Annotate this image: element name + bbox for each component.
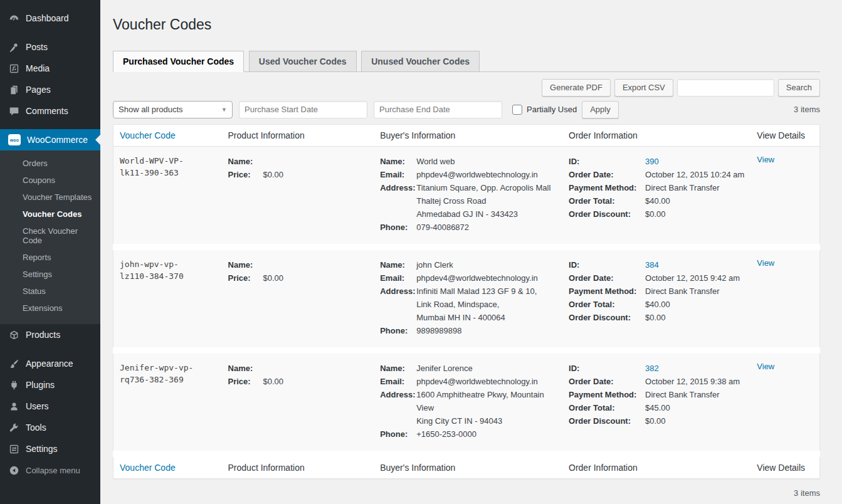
buyer-email-value: phpdev4@worldwebtechnology.in: [416, 375, 538, 388]
sidebar-item-label: WooCommerce: [27, 135, 88, 145]
sidebar-item-dashboard[interactable]: Dashboard: [0, 8, 100, 29]
address-line: Mumbai MH IN - 400064: [416, 311, 537, 324]
sidebar-item-woocommerce[interactable]: woo WooCommerce: [0, 129, 100, 150]
order-discount-value: $0.00: [645, 414, 666, 428]
partially-used-label: Partially Used: [527, 105, 577, 114]
voucher-table: Voucher Code Product Information Buyer's…: [113, 124, 820, 479]
tab-purchased-voucher-codes[interactable]: Purchased Voucher Codes: [113, 51, 244, 72]
order-discount-label: Order Discount:: [569, 311, 645, 324]
order-id-link[interactable]: 384: [645, 260, 659, 270]
submenu-item-reports[interactable]: Reports: [0, 249, 100, 266]
purchase-start-date-input[interactable]: [239, 101, 367, 118]
sidebar-item-label: Users: [26, 401, 49, 411]
order-date-value: October 12, 2015 9:38 am: [645, 375, 740, 388]
column-buyers-information: Buyer's Information: [374, 124, 562, 146]
product-price-value: $0.00: [263, 271, 284, 285]
sidebar-item-label: Pages: [26, 85, 51, 95]
product-name-label: Name:: [228, 258, 263, 271]
payment-method-label: Payment Method:: [569, 388, 645, 401]
submenu-item-check-voucher-code[interactable]: Check Voucher Code: [0, 223, 100, 249]
voucher-code: World-WPV-VP-lk11-390-363: [120, 155, 196, 179]
sidebar-item-users[interactable]: Users: [0, 396, 100, 417]
menu-separator: [0, 122, 100, 129]
sidebar-item-label: Products: [26, 330, 60, 340]
sort-voucher-code-link[interactable]: Voucher Code: [120, 130, 176, 140]
chevron-down-icon: ▼: [221, 107, 227, 113]
menu-separator: [0, 345, 100, 353]
sidebar-item-label: Settings: [26, 444, 58, 454]
purchase-end-date-input[interactable]: [374, 101, 502, 118]
sidebar-item-tools[interactable]: Tools: [0, 417, 100, 438]
payment-method-label: Payment Method:: [569, 285, 645, 298]
user-icon: [8, 401, 19, 412]
buyer-name-value: Jenifer Lorence: [416, 362, 473, 375]
paintbrush-icon: [8, 358, 19, 369]
partially-used-checkbox[interactable]: [512, 105, 522, 115]
buyer-name-label: Name:: [380, 155, 416, 168]
sidebar-item-comments[interactable]: Comments: [0, 100, 100, 122]
buyer-email-value: phpdev4@worldwebtechnology.in: [416, 271, 538, 285]
sidebar-item-appearance[interactable]: Appearance: [0, 353, 100, 374]
search-input[interactable]: [677, 79, 774, 97]
wrench-icon: [8, 422, 19, 433]
sidebar-item-posts[interactable]: Posts: [0, 36, 100, 58]
payment-method-value: Direct Bank Transfer: [645, 285, 720, 298]
sidebar-item-plugins[interactable]: Plugins: [0, 374, 100, 396]
buyer-name-label: Name:: [380, 258, 416, 271]
page-title: Voucher Codes: [113, 0, 820, 34]
voucher-tabs: Purchased Voucher Codes Used Voucher Cod…: [113, 51, 820, 72]
view-link[interactable]: View: [757, 362, 774, 371]
order-date-label: Order Date:: [569, 375, 645, 388]
search-button[interactable]: Search: [778, 79, 820, 97]
product-filter-value: Show all products: [118, 105, 183, 114]
product-name-label: Name:: [228, 362, 263, 375]
order-id-label: ID:: [569, 362, 645, 375]
column-view-details: View Details: [750, 124, 819, 146]
column-order-information: Order Information: [562, 124, 750, 146]
apply-button[interactable]: Apply: [582, 101, 619, 118]
tab-unused-voucher-codes[interactable]: Unused Voucher Codes: [361, 51, 480, 72]
table-row: Jenifer-wpv-vp-rq736-382-369 Name: Price…: [113, 350, 820, 454]
submenu-item-extensions[interactable]: Extensions: [0, 300, 100, 317]
collapse-menu-button[interactable]: Collapse menu: [0, 459, 100, 481]
generate-pdf-button[interactable]: Generate PDF: [542, 79, 611, 97]
submenu-item-status[interactable]: Status: [0, 283, 100, 300]
sidebar-item-label: Posts: [26, 42, 48, 52]
submenu-item-voucher-templates[interactable]: Voucher Templates: [0, 189, 100, 206]
product-filter-dropdown[interactable]: Show all products ▼: [113, 101, 233, 118]
admin-sidebar: Dashboard Posts Media Pages Commen: [0, 0, 100, 504]
media-icon: [8, 63, 19, 74]
box-icon: [8, 329, 19, 340]
pages-icon: [8, 84, 19, 95]
submenu-item-settings[interactable]: Settings: [0, 266, 100, 283]
sidebar-item-settings[interactable]: Settings: [0, 438, 100, 459]
view-link[interactable]: View: [757, 155, 774, 164]
order-date-value: October 12, 2015 10:24 am: [645, 168, 744, 181]
order-total-value: $40.00: [645, 194, 670, 207]
order-id-label: ID:: [569, 258, 645, 271]
sidebar-item-label: Media: [26, 63, 50, 73]
buyer-phone-label: Phone:: [380, 221, 416, 234]
sidebar-item-pages[interactable]: Pages: [0, 79, 100, 100]
address-line: Thaltej Cross Road: [416, 194, 550, 207]
submenu-item-voucher-codes[interactable]: Voucher Codes: [0, 206, 100, 223]
order-id-link[interactable]: 390: [645, 157, 659, 166]
buyer-email-label: Email:: [380, 168, 416, 181]
product-price-label: Price:: [228, 375, 263, 388]
order-id-label: ID:: [569, 155, 645, 168]
tab-used-voucher-codes[interactable]: Used Voucher Codes: [249, 51, 357, 72]
order-discount-label: Order Discount:: [569, 414, 645, 428]
product-price-value: $0.00: [263, 168, 284, 181]
submenu-item-orders[interactable]: Orders: [0, 155, 100, 172]
sidebar-item-media[interactable]: Media: [0, 58, 100, 79]
export-csv-button[interactable]: Export CSV: [614, 79, 673, 97]
order-id-link[interactable]: 382: [645, 364, 659, 373]
table-header: Voucher Code Product Information Buyer's…: [113, 124, 820, 146]
view-link[interactable]: View: [757, 258, 774, 268]
table-footer: Voucher Code Product Information Buyer's…: [113, 454, 820, 479]
sort-voucher-code-link[interactable]: Voucher Code: [120, 463, 176, 473]
submenu-item-coupons[interactable]: Coupons: [0, 172, 100, 189]
address-line: View: [416, 401, 544, 414]
buyer-address-value: Infiniti Mall Malad 123 GF 9 & 10, Link …: [416, 285, 537, 324]
sidebar-item-products[interactable]: Products: [0, 324, 100, 345]
